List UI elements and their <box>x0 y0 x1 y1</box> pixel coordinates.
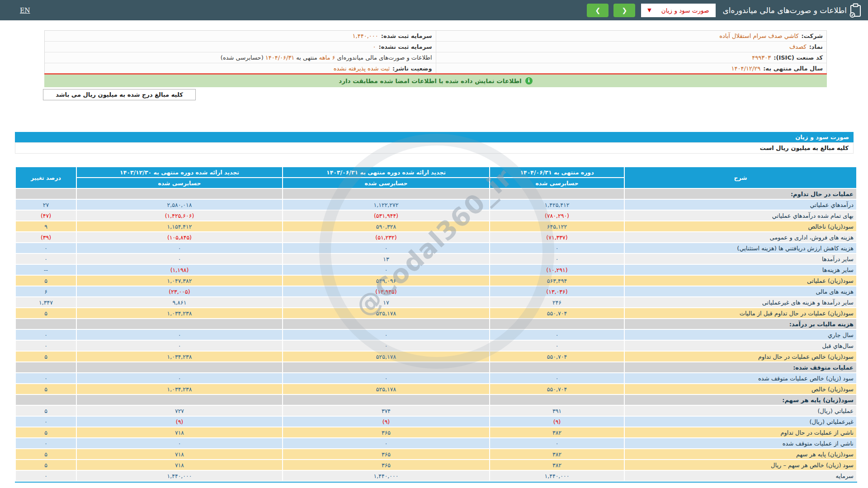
header-description: شرح <box>625 167 856 188</box>
symbol-cell: نماد: کصدف <box>436 42 827 52</box>
row-value <box>283 395 489 405</box>
row-value <box>16 395 76 405</box>
company-value: کاشي صدف سرام استقلال آباده <box>719 33 798 39</box>
row-value: ۰ <box>16 341 76 351</box>
row-value: ۰ <box>490 254 624 264</box>
info-row: کد صنعت (ISIC): ۴۹۹۳۰۳ اطلاعات و صورت‌ها… <box>45 52 826 63</box>
row-value <box>77 395 282 405</box>
row-value: ۳۶۵ <box>283 449 489 459</box>
row-value <box>490 319 624 329</box>
prev-statement-button[interactable]: ❮ <box>587 4 609 17</box>
row-label: سود (زیان) خالص هر سهم – ریال <box>625 460 856 470</box>
row-label: سال جاري <box>625 330 856 340</box>
signature-match-notice: i اطلاعات نمایش داده شده با اطلاعات امضا… <box>44 75 827 87</box>
row-value: ۰ <box>490 243 624 253</box>
row-value: ۰ <box>77 243 282 253</box>
row-value: ۳۸۲ <box>490 427 624 437</box>
section-row: عملیات متوقف شده: <box>16 362 856 372</box>
row-value: ۲۴۶ <box>490 297 624 307</box>
page-title: اطلاعات و صورت‌های مالی میاندوره‌ای <box>723 6 847 15</box>
row-value <box>283 189 489 199</box>
row-value: ۰ <box>16 471 76 481</box>
table-row: سایر هزینه‌ها(۱۰,۲۹۱)۰(۱,۱۹۸)-- <box>16 265 856 275</box>
row-value: ۳۷۴ <box>283 406 489 416</box>
row-value: (۲۳,۰۰۵) <box>77 286 282 296</box>
registered-capital-cell: سرمایه ثبت شده: ۱,۴۴۰,۰۰۰ <box>45 31 436 41</box>
row-value <box>490 362 624 372</box>
chevron-down-icon: ▼ <box>647 7 651 13</box>
row-value: ۰ <box>490 438 624 448</box>
row-label: سود(زیان) پایه هر سهم: <box>625 395 856 405</box>
row-label: عملیات در حال تداوم: <box>625 189 856 199</box>
row-value: ۰ <box>77 341 282 351</box>
row-value: ۱۳ <box>283 254 489 264</box>
period-part: اطلاعات و صورت‌های مالی میاندوره‌ای <box>337 54 432 61</box>
row-value: ۵۲۵,۱۷۸ <box>283 384 489 394</box>
row-value: ۰ <box>283 265 489 275</box>
table-row: سود(زیان) عملیاتی۵۶۳,۴۹۴۵۳۹,۰۹۶۱,۰۴۷,۳۸۲… <box>16 276 856 286</box>
isic-cell: کد صنعت (ISIC): ۴۹۹۳۰۳ <box>436 52 827 63</box>
language-switch-link[interactable]: EN <box>20 7 30 14</box>
isic-label: کد صنعت (ISIC): <box>774 54 823 61</box>
statement-title: صورت سود و زیان <box>795 134 849 141</box>
row-label: هزینه مالیات بر درآمد: <box>625 319 856 329</box>
row-value: ۰ <box>283 438 489 448</box>
row-label: سایر درآمدها و هزینه های غیرعملیاتی <box>625 297 856 307</box>
section-row: هزینه مالیات بر درآمد: <box>16 319 856 329</box>
row-value <box>283 362 489 372</box>
row-value: ۰ <box>16 438 76 448</box>
row-label: سود(زیان) خالص <box>625 384 856 394</box>
header-audited: حسابرسی شده <box>490 178 624 188</box>
row-value: (۱,۱۹۸) <box>77 265 282 275</box>
publisher-status-value: ثبت شده پذیرفته نشده <box>334 65 390 72</box>
row-label: سایر هزینه‌ها <box>625 265 856 275</box>
row-label: سرمایه <box>625 471 856 481</box>
row-value: ۰ <box>16 254 76 264</box>
company-info-table: شرکت: کاشي صدف سرام استقلال آباده سرمایه… <box>44 30 827 74</box>
row-value: ۱,۱۵۴,۴۱۲ <box>77 221 282 231</box>
header-audited: حسابرسی شده <box>77 178 282 188</box>
row-label: هزینه کاهش ارزش دریافتني ها (هزینه استثن… <box>625 243 856 253</box>
row-label: درآمدهاي عملیاتي <box>625 200 856 210</box>
row-value <box>490 189 624 199</box>
table-row: سود(زیان) ناخالص۶۴۵,۱۲۲۵۹۰,۳۲۸۱,۱۵۴,۴۱۲۹ <box>16 221 856 231</box>
row-value: ۱,۴۴۰,۰۰۰ <box>283 471 489 481</box>
registered-capital-label: سرمایه ثبت شده: <box>381 33 432 39</box>
row-value: ۱,۰۳۴,۲۳۸ <box>77 308 282 318</box>
table-row: هزینه های فروش، اداری و عمومی(۷۱,۳۳۷)(۵۱… <box>16 232 856 242</box>
row-value: ۰ <box>77 373 282 383</box>
period-description-cell: اطلاعات و صورت‌های مالی میاندوره‌ای ۶ ما… <box>45 52 436 63</box>
isic-value: ۴۹۹۳۰۳ <box>752 54 771 61</box>
unregistered-capital-cell: سرمایه ثبت نشده: ۰ <box>45 42 436 52</box>
row-value <box>283 319 489 329</box>
row-value: ۱,۰۳۴,۲۳۸ <box>77 352 282 361</box>
table-row: عملیاتي (ریال)۳۹۱۳۷۴۷۲۷۵ <box>16 406 856 416</box>
publisher-status-cell: وضعیت ناشر: ثبت شده پذیرفته نشده <box>45 63 436 74</box>
row-value: ۵ <box>16 384 76 394</box>
publisher-status-label: وضعیت ناشر: <box>392 65 432 72</box>
header-change-percent: درصد تغییر <box>16 167 76 188</box>
table-row: ناشي از عملیات متوقف شده۰۰۰۰ <box>16 438 856 448</box>
next-statement-button[interactable]: ❯ <box>613 4 635 17</box>
statement-type-dropdown[interactable]: ▼ صورت سود و زیان <box>641 4 715 17</box>
row-value: -- <box>16 265 76 275</box>
audited-flag: (حسابرسی شده) <box>221 54 264 61</box>
row-value: ۵ <box>16 427 76 437</box>
info-row: شرکت: کاشي صدف سرام استقلال آباده سرمایه… <box>45 31 826 42</box>
row-value: ۷۱۸ <box>77 427 282 437</box>
row-value: ۵ <box>16 276 76 286</box>
fiscal-year-label: سال مالی منتهی به: <box>763 65 823 72</box>
row-label: سال‌هاي قبل <box>625 341 856 351</box>
row-value: (۱۰,۲۹۱) <box>490 265 624 275</box>
row-label: ناشي از عملیات در حال تداوم <box>625 427 856 437</box>
statement-unit-note-text: کلیه مبالغ به میلیون ریال است <box>760 145 849 151</box>
period-length: ۶ ماهه <box>319 54 335 61</box>
income-statement-table: شرح دوره منتهی به ۱۴۰۴/۰۶/۳۱ تجدید ارائه… <box>15 166 857 483</box>
row-value: ۰ <box>283 341 489 351</box>
table-row: سود(زیان) خالص۵۵۰,۷۰۴۵۲۵,۱۷۸۱,۰۳۴,۲۳۸۵ <box>16 384 856 394</box>
header-audited: حسابرسی شده <box>283 178 489 188</box>
fiscal-year-cell: سال مالی منتهی به: ۱۴۰۴/۱۲/۲۹ <box>436 63 827 74</box>
row-value: ۳۹۱ <box>490 406 624 416</box>
notice-text: اطلاعات نمایش داده شده با اطلاعات امضا ش… <box>339 77 522 84</box>
registered-capital-value: ۱,۴۴۰,۰۰۰ <box>353 33 378 39</box>
